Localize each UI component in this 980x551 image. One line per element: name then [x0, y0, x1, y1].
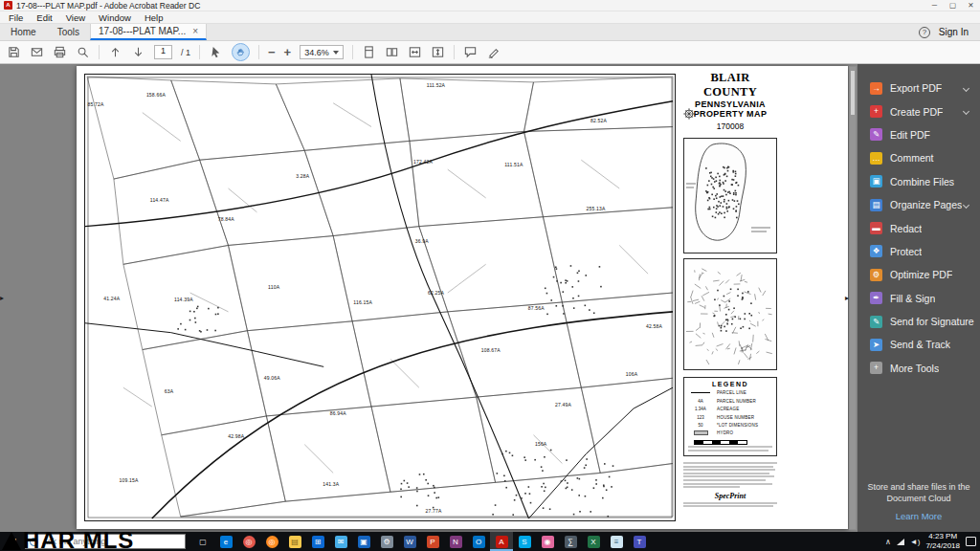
taskbar-clock[interactable]: 4:23 PM 7/24/2018: [925, 532, 960, 551]
tool-combine-files[interactable]: ▣Combine Files: [858, 170, 980, 193]
clock-time: 4:23 PM: [925, 532, 960, 541]
redact-icon: ▬: [870, 222, 882, 234]
sign-in-button[interactable]: Sign In: [939, 27, 969, 37]
protect-icon: ❖: [870, 245, 882, 257]
highlighter-icon[interactable]: [486, 45, 501, 59]
acrobat-reader-icon[interactable]: A: [490, 532, 513, 551]
combine-files-icon: ▣: [870, 175, 882, 187]
menu-help[interactable]: Help: [138, 11, 170, 23]
watermark-text: HAR MLS: [23, 529, 134, 551]
help-icon[interactable]: ?: [919, 27, 930, 38]
tool-fill-sign[interactable]: ✒Fill & Sign: [858, 287, 980, 310]
fineprint-line: [688, 450, 768, 452]
tool-label: Organize Pages: [890, 199, 962, 210]
comment-bubble-icon[interactable]: [463, 45, 478, 59]
tool-send-track[interactable]: ➤Send & Track: [858, 333, 980, 356]
task-view-icon[interactable]: ▢: [191, 532, 214, 551]
tool-create-pdf[interactable]: +Create PDF: [858, 99, 980, 122]
promo-text: Store and share files in the Document Cl…: [863, 481, 974, 505]
firefox-browser-icon[interactable]: ◎: [260, 532, 283, 551]
toolbar: 1 / 1 − + 34.6%: [0, 41, 980, 64]
tool-label: Send for Signature: [890, 316, 974, 327]
zoom-out-icon[interactable]: −: [268, 45, 276, 59]
volume-icon[interactable]: ◄): [910, 538, 921, 546]
optimize-pdf-icon: ⚙: [870, 269, 882, 281]
calculator-icon[interactable]: ∑: [559, 532, 582, 551]
navigation-pane-handle[interactable]: ▸: [0, 294, 4, 302]
document-viewport[interactable]: ▸: [0, 64, 858, 532]
tool-comment[interactable]: …Comment: [858, 146, 980, 169]
fit-width-icon[interactable]: [408, 45, 422, 59]
menu-file[interactable]: File: [2, 11, 30, 23]
file-explorer-icon[interactable]: ▤: [283, 532, 306, 551]
network-icon[interactable]: [897, 539, 904, 545]
vertical-scrollbar[interactable]: [849, 66, 857, 530]
tool-label: Export PDF: [890, 82, 942, 94]
tab-close-icon[interactable]: ×: [192, 27, 198, 36]
tool-more-tools[interactable]: +More Tools: [858, 357, 980, 380]
title-bar: A 17-08---PLAT MAP.pdf - Adobe Acrobat R…: [0, 0, 980, 11]
teams-icon[interactable]: T: [628, 532, 651, 551]
menu-window[interactable]: Window: [92, 11, 138, 23]
tool-edit-pdf[interactable]: ✎Edit PDF: [858, 123, 980, 146]
next-page-icon[interactable]: [131, 45, 145, 59]
fineprint-line: [683, 475, 774, 477]
close-icon[interactable]: ✕: [962, 0, 980, 11]
excel-icon[interactable]: X: [582, 532, 605, 551]
previous-page-icon[interactable]: [108, 45, 122, 59]
word-icon[interactable]: W: [398, 532, 421, 551]
parcel-acreage-label: 27.77A: [426, 508, 442, 514]
settings-gear-icon[interactable]: ⚙: [375, 532, 398, 551]
paint-icon[interactable]: ◉: [536, 532, 559, 551]
zoom-level-value: 34.6%: [304, 48, 329, 57]
skype-icon[interactable]: S: [513, 532, 536, 551]
tab-tools[interactable]: Tools: [47, 24, 90, 40]
learn-more-link[interactable]: Learn More: [863, 510, 974, 522]
scrollbar-thumb[interactable]: [851, 71, 855, 115]
outlook-icon[interactable]: O: [467, 532, 490, 551]
search-icon[interactable]: [76, 45, 90, 59]
tool-protect[interactable]: ❖Protect: [858, 240, 980, 263]
hidden-icons-chevron-icon[interactable]: ∧: [885, 538, 891, 546]
tool-export-pdf[interactable]: →Export PDF: [858, 77, 980, 99]
save-icon[interactable]: [7, 45, 21, 59]
tool-redact[interactable]: ▬Redact: [858, 216, 980, 239]
tab-document[interactable]: 17-08---PLAT MAP... ×: [90, 24, 207, 40]
mail-app-icon[interactable]: ✉: [329, 532, 352, 551]
edit-pdf-icon: ✎: [870, 128, 882, 141]
parcel-acreage-label: 116.15A: [353, 299, 372, 305]
two-page-view-icon[interactable]: [385, 45, 399, 59]
notepad-icon[interactable]: ≡: [605, 532, 628, 551]
photos-app-icon[interactable]: ▣: [352, 532, 375, 551]
hand-tool-icon[interactable]: [232, 43, 250, 61]
zoom-level-dropdown[interactable]: 34.6%: [300, 45, 344, 59]
tool-label: More Tools: [890, 363, 939, 374]
email-icon[interactable]: [30, 45, 44, 59]
tool-optimize-pdf[interactable]: ⚙Optimize PDF: [858, 263, 980, 286]
print-icon[interactable]: [53, 45, 67, 59]
tools-panel-handle[interactable]: ▸: [845, 294, 849, 302]
menu-view[interactable]: View: [59, 11, 92, 23]
onenote-icon[interactable]: N: [444, 532, 467, 551]
tool-send-for-signature[interactable]: ✎Send for Signature: [858, 310, 980, 333]
maximize-icon[interactable]: ▢: [944, 0, 962, 11]
microsoft-store-icon[interactable]: ⊞: [306, 532, 329, 551]
zoom-in-icon[interactable]: +: [284, 45, 292, 59]
tool-label: Fill & Sign: [890, 293, 935, 304]
compass-icon: [683, 106, 695, 123]
parcel-acreage-label: 62.25A: [428, 290, 444, 296]
minimize-icon[interactable]: ─: [925, 0, 944, 11]
action-center-icon[interactable]: [966, 537, 976, 546]
powerpoint-icon[interactable]: P: [421, 532, 444, 551]
select-tool-icon[interactable]: [209, 45, 223, 59]
fit-page-icon[interactable]: [431, 45, 445, 59]
parcel-acreage-label: 156A: [535, 441, 546, 447]
tool-organize-pages[interactable]: ▤Organize Pages: [858, 193, 980, 216]
chrome-browser-icon[interactable]: ◎: [237, 532, 260, 551]
menu-edit[interactable]: Edit: [30, 11, 58, 23]
chevron-down-icon: [963, 85, 969, 92]
page-number-input[interactable]: 1: [154, 45, 172, 59]
single-page-view-icon[interactable]: [362, 45, 376, 59]
tab-home[interactable]: Home: [0, 24, 47, 40]
edge-browser-icon[interactable]: e: [214, 532, 237, 551]
